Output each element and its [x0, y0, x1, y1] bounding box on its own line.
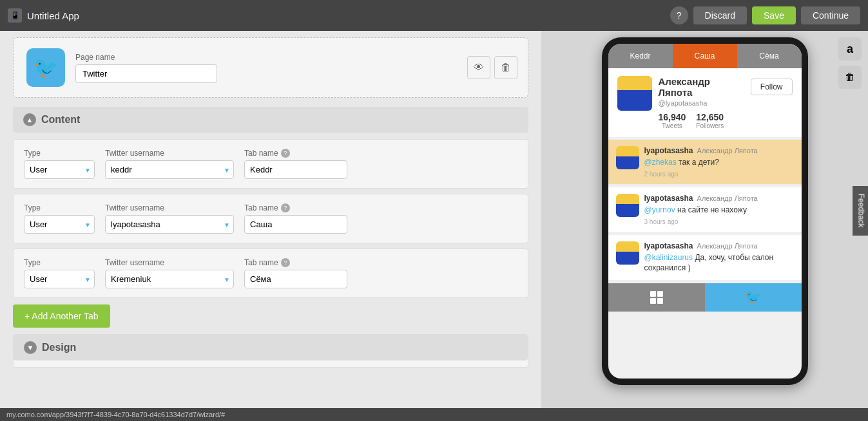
- tweet-realname-1: Александр Ляпота: [697, 147, 758, 154]
- tweet-text-3: @kalinizaurus Да, хочу, чтобы салон сохр…: [644, 252, 794, 274]
- phone-tab-keddr[interactable]: Keddr: [608, 44, 673, 68]
- type-field-3: Type User Search ▼: [24, 258, 95, 288]
- tabname-input-2[interactable]: [244, 215, 347, 234]
- amazon-icon: a: [847, 42, 853, 56]
- username-label-3: Twitter username: [105, 258, 234, 267]
- discard-button[interactable]: Discard: [693, 6, 747, 24]
- design-section: ▼ Design: [13, 334, 528, 368]
- tweet-mention-2: @yurnov: [644, 205, 675, 214]
- design-collapse-toggle: ▼: [24, 341, 37, 354]
- avatar-pixel-art: [617, 76, 652, 111]
- tabname-field-2: Tab name ?: [244, 203, 347, 234]
- sidebar-trash-button[interactable]: 🗑: [838, 66, 862, 89]
- username-field-3: Twitter username ▼: [105, 258, 234, 288]
- tabname-field-3: Tab name ?: [244, 258, 347, 288]
- username-input-1[interactable]: [105, 160, 234, 179]
- tab-row-2: Type User Search ▼ Twitter username ▼: [13, 194, 528, 243]
- phone-grid-button[interactable]: [608, 283, 705, 312]
- top-bar-right: ? Discard Save Continue: [670, 6, 860, 24]
- followers-label: Followers: [696, 122, 724, 129]
- tweet-avatar-2: [616, 194, 639, 217]
- preview-button[interactable]: 👁: [467, 56, 490, 79]
- follow-button[interactable]: Follow: [751, 79, 793, 95]
- type-select-2[interactable]: User Search: [24, 215, 95, 234]
- eye-icon: 👁: [474, 62, 484, 73]
- help-button[interactable]: ?: [670, 6, 688, 24]
- phone-tab-syoma[interactable]: Сёма: [737, 44, 802, 68]
- content-section-header[interactable]: ▲ Content: [13, 107, 528, 133]
- type-field-2: Type User Search ▼: [24, 203, 95, 234]
- tweets-label: Tweets: [662, 122, 682, 129]
- trash-icon: 🗑: [501, 62, 511, 73]
- tweet-body-2: lyapotasasha Александр Ляпота @yurnov на…: [644, 194, 794, 225]
- tab-row-1: Type User Search ▼ Twitter username ▼: [13, 139, 528, 189]
- phone-preview: Keddr Саша Сёма Александр Ляпота @lyapot…: [602, 37, 808, 385]
- followers-count: 12,650: [696, 112, 724, 122]
- tweet-realname-2: Александр Ляпота: [697, 194, 758, 202]
- page-header-actions: 👁 🗑: [467, 56, 517, 79]
- username-wrapper-1: ▼: [105, 160, 234, 179]
- sidebar-trash-icon: 🗑: [845, 71, 855, 83]
- type-select-3[interactable]: User Search: [24, 270, 95, 288]
- right-panel: Keddr Саша Сёма Александр Ляпота @lyapot…: [541, 31, 868, 421]
- page-name-section: Page name: [75, 53, 515, 83]
- tweet-header-2: lyapotasasha Александр Ляпота: [644, 194, 794, 203]
- tweet-body-1: lyapotasasha Александр Ляпота @zhekas та…: [644, 146, 794, 178]
- tweet-avatar-3: [616, 241, 639, 265]
- tweet-username-3: lyapotasasha: [644, 241, 693, 250]
- followers-stat: 12,650 Followers: [696, 112, 724, 129]
- tabname-label-2: Tab name ?: [244, 203, 347, 212]
- svg-rect-3: [657, 298, 663, 304]
- phone-tabs: Keddr Саша Сёма: [608, 44, 802, 68]
- username-input-2[interactable]: [105, 215, 234, 234]
- app-title: Untitled App: [27, 10, 79, 21]
- tab-row-3: Type User Search ▼ Twitter username ▼: [13, 248, 528, 298]
- right-sidebar: a 🗑: [838, 37, 862, 89]
- type-select-1[interactable]: User Search: [24, 160, 95, 179]
- status-url: my.como.com/app/3943f7f7-4839-4c70-8a70-…: [6, 411, 225, 418]
- tweet-avatar-1: [616, 146, 639, 169]
- type-label-2: Type: [24, 203, 95, 212]
- page-name-input[interactable]: [75, 64, 217, 83]
- profile-info: Александр Ляпота @lyapotasasha 16,940 Tw…: [659, 76, 744, 129]
- page-header-card: 🐦 Page name 👁 🗑: [13, 37, 528, 98]
- username-input-3[interactable]: [105, 270, 234, 288]
- tabname-input-1[interactable]: [244, 160, 347, 179]
- twitter-bottom-icon: 🐦: [744, 289, 762, 306]
- type-field-1: Type User Search ▼: [24, 149, 95, 179]
- tweet-time-1: 2 hours ago: [644, 171, 794, 178]
- continue-button[interactable]: Continue: [801, 6, 860, 24]
- left-panel: 🐦 Page name 👁 🗑 ▲ Content Type: [0, 31, 541, 421]
- type-select-wrapper-1: User Search ▼: [24, 160, 95, 179]
- save-button[interactable]: Save: [752, 6, 796, 24]
- phone-tab-sasha[interactable]: Саша: [673, 44, 737, 68]
- tweet-2: lyapotasasha Александр Ляпота @yurnov на…: [608, 187, 802, 232]
- profile-section: Александр Ляпота @lyapotasasha 16,940 Tw…: [608, 68, 802, 137]
- tabname-label-1: Tab name ?: [244, 149, 347, 158]
- amazon-icon-button[interactable]: a: [838, 37, 862, 61]
- tweet-3: lyapotasasha Александр Ляпота @kalinizau…: [608, 235, 802, 281]
- type-select-wrapper-2: User Search ▼: [24, 215, 95, 234]
- profile-avatar: [617, 76, 652, 111]
- tabname-input-3[interactable]: [244, 270, 347, 288]
- tabname-help-icon-2: ?: [281, 203, 290, 212]
- phone-twitter-button[interactable]: 🐦: [705, 283, 802, 312]
- add-tab-button[interactable]: + Add Another Tab: [13, 304, 110, 328]
- tweet-mention-3: @kalinizaurus: [644, 253, 693, 262]
- twitter-icon-box: 🐦: [26, 48, 65, 87]
- type-label-1: Type: [24, 149, 95, 158]
- design-section-header[interactable]: ▼ Design: [14, 335, 528, 360]
- tabname-help-icon-3: ?: [281, 258, 290, 267]
- design-section-title: Design: [42, 342, 76, 353]
- tabname-help-icon-1: ?: [281, 149, 290, 158]
- delete-page-button[interactable]: 🗑: [494, 56, 517, 79]
- username-wrapper-3: ▼: [105, 270, 234, 288]
- tweet-username-2: lyapotasasha: [644, 194, 693, 203]
- username-field-1: Twitter username ▼: [105, 149, 234, 179]
- username-label-1: Twitter username: [105, 149, 234, 158]
- tabname-label-3: Tab name ?: [244, 258, 347, 267]
- svg-rect-2: [650, 298, 656, 304]
- username-field-2: Twitter username ▼: [105, 203, 234, 234]
- feedback-tab[interactable]: Feedback: [853, 186, 868, 236]
- username-wrapper-2: ▼: [105, 215, 234, 234]
